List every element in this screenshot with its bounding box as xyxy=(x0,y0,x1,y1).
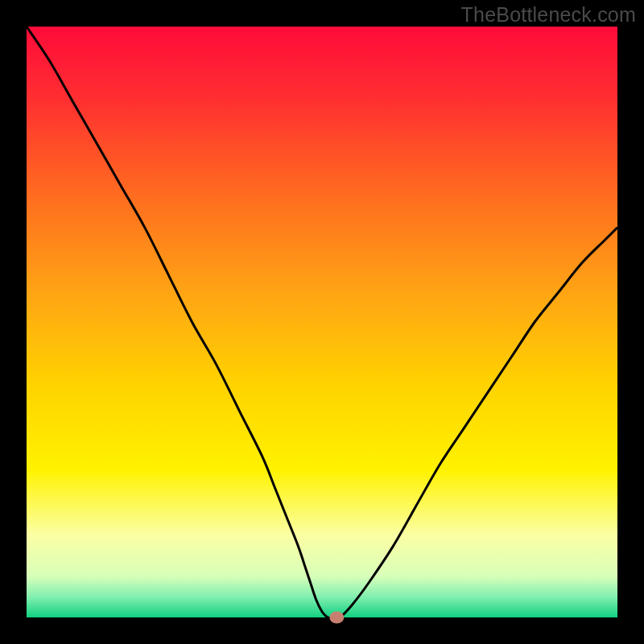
optimum-marker xyxy=(329,612,344,624)
bottleneck-chart xyxy=(0,0,644,644)
plot-background xyxy=(27,27,617,617)
chart-container: TheBottleneck.com xyxy=(0,0,644,644)
watermark-text: TheBottleneck.com xyxy=(461,3,636,27)
